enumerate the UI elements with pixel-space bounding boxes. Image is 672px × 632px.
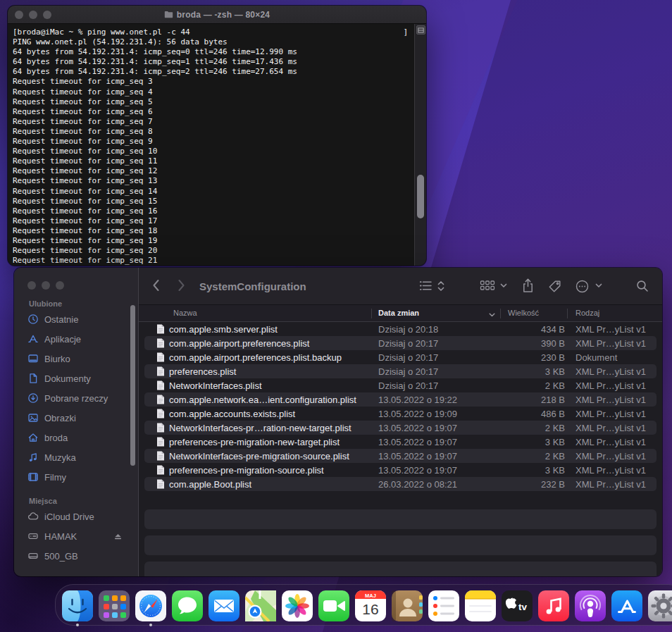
sidebar-scrollbar[interactable] bbox=[130, 305, 135, 466]
terminal-content[interactable]: [broda@iMac ~ % ping www.onet.pl -c 44PI… bbox=[8, 24, 426, 266]
sidebar-item-filmy[interactable]: Filmy bbox=[14, 467, 138, 487]
dock-appstore-icon[interactable] bbox=[611, 590, 642, 621]
table-row[interactable]: com.apple.Boot.plist26.03.2022 o 08:2123… bbox=[139, 477, 662, 491]
sidebar-section-title: Ulubione bbox=[29, 299, 138, 308]
sidebar-item-ostatnie[interactable]: Ostatnie bbox=[14, 309, 138, 329]
sidebar-item-hamak[interactable]: HAMAK bbox=[14, 526, 138, 546]
sidebar-item-label: Filmy bbox=[44, 472, 66, 483]
terminal-titlebar[interactable]: broda — -zsh — 80×24 bbox=[8, 6, 426, 24]
sort-chevron-icon[interactable] bbox=[489, 310, 495, 318]
file-size: 218 B bbox=[500, 395, 565, 405]
zoom-button[interactable] bbox=[43, 11, 51, 19]
tag-icon[interactable] bbox=[548, 280, 561, 293]
terminal-line: Request timeout for icmp_seq 6 bbox=[13, 107, 411, 117]
split-pane-button[interactable] bbox=[416, 25, 425, 35]
table-row[interactable]: NetworkInterfaces-pr…ration-new-target.p… bbox=[139, 421, 662, 435]
dock-reminders-icon[interactable] bbox=[428, 590, 459, 621]
view-chevrons-icon[interactable] bbox=[437, 281, 444, 291]
dock-appletv-icon[interactable]: tv bbox=[502, 590, 533, 621]
dock-calendar-icon[interactable]: MAJ16 bbox=[355, 590, 386, 621]
dock-photos-icon[interactable] bbox=[282, 590, 313, 621]
terminal-line: Request timeout for icmp_seq 8 bbox=[13, 127, 411, 137]
dock-maps-icon[interactable] bbox=[245, 590, 276, 621]
external-disk-icon bbox=[27, 531, 39, 542]
table-row[interactable]: com.apple.airport.preferences.plistDzisi… bbox=[139, 336, 662, 350]
search-icon[interactable] bbox=[636, 280, 649, 292]
sidebar-item-obrazki[interactable]: Obrazki bbox=[14, 408, 138, 428]
chevron-down-icon[interactable] bbox=[595, 283, 602, 288]
column-kind[interactable]: Rodzaj bbox=[575, 309, 599, 317]
image-icon bbox=[27, 412, 39, 423]
sidebar-item-broda[interactable]: broda bbox=[14, 428, 138, 447]
column-size[interactable]: Wielkość bbox=[508, 309, 539, 317]
sidebar-item-label: Aplikacje bbox=[44, 334, 81, 345]
column-separator[interactable] bbox=[500, 309, 501, 318]
terminal-scrollbar-thumb[interactable] bbox=[417, 175, 424, 218]
chevron-down-icon[interactable] bbox=[500, 283, 507, 288]
document-icon bbox=[27, 373, 39, 384]
dock-facetime-icon[interactable] bbox=[318, 590, 349, 621]
forward-button[interactable] bbox=[178, 279, 185, 292]
back-button[interactable] bbox=[152, 279, 160, 292]
group-by-icon[interactable] bbox=[480, 280, 495, 291]
dock-podcasts-icon[interactable] bbox=[575, 590, 606, 621]
terminal-line: Request timeout for icmp_seq 11 bbox=[13, 156, 411, 166]
dock-messages-icon[interactable] bbox=[172, 590, 203, 621]
svg-text:tv: tv bbox=[518, 602, 527, 612]
column-separator[interactable] bbox=[371, 309, 372, 318]
sidebar-item-label: broda bbox=[44, 433, 68, 443]
dock-mail-icon[interactable] bbox=[209, 590, 239, 621]
terminal-line: PING www.onet.pl (54.192.231.4): 56 data… bbox=[13, 37, 411, 47]
list-view-icon[interactable] bbox=[419, 280, 433, 292]
more-options-icon[interactable] bbox=[575, 280, 589, 293]
dock-launchpad-icon[interactable] bbox=[99, 590, 130, 621]
table-row[interactable]: preferences.plistDzisiaj o 20:173 KBXML … bbox=[139, 364, 662, 378]
zoom-button[interactable] bbox=[56, 281, 64, 290]
table-row[interactable]: NetworkInterfaces.plistDzisiaj o 20:172 … bbox=[139, 378, 662, 392]
terminal-output: [broda@iMac ~ % ping www.onet.pl -c 44PI… bbox=[13, 27, 411, 266]
sidebar-item-pobrane-rzeczy[interactable]: Pobrane rzeczy bbox=[14, 388, 138, 408]
share-icon[interactable] bbox=[522, 278, 534, 293]
file-name: com.apple.airport.preferences.plist bbox=[169, 338, 309, 349]
sidebar-item-500-gb[interactable]: 500_GB bbox=[14, 546, 138, 566]
file-icon bbox=[156, 395, 165, 405]
close-button[interactable] bbox=[15, 11, 23, 19]
dock-settings-icon[interactable] bbox=[648, 590, 672, 621]
file-name: com.apple.Boot.plist bbox=[169, 479, 251, 490]
dock-music-icon[interactable] bbox=[538, 590, 569, 621]
dock-contacts-icon[interactable] bbox=[392, 590, 423, 621]
dock-safari-icon[interactable] bbox=[135, 590, 166, 621]
finder-sidebar: UlubioneOstatnieAplikacjeBiurkoDokumenty… bbox=[14, 268, 139, 576]
file-date: Dzisiaj o 20:17 bbox=[378, 352, 438, 363]
dock-finder-icon[interactable] bbox=[62, 590, 93, 621]
table-row[interactable]: com.apple.airport.preferences.plist.back… bbox=[139, 350, 662, 364]
eject-icon[interactable] bbox=[113, 532, 123, 541]
close-button[interactable] bbox=[27, 281, 36, 290]
dock-notes-icon[interactable] bbox=[465, 590, 496, 621]
column-separator[interactable] bbox=[567, 309, 568, 318]
sidebar-item-aplikacje[interactable]: Aplikacje bbox=[14, 329, 138, 349]
table-row[interactable]: com.apple.network.ea…ient.configuration.… bbox=[139, 392, 662, 407]
terminal-line: Request timeout for icmp_seq 18 bbox=[13, 226, 411, 236]
desktop-icon bbox=[27, 353, 39, 364]
table-row[interactable]: preferences-pre-migration-new-target.pli… bbox=[139, 435, 662, 449]
sidebar-item-dokumenty[interactable]: Dokumenty bbox=[14, 368, 138, 388]
minimize-button[interactable] bbox=[42, 281, 50, 290]
sidebar-item-icloud-drive[interactable]: iCloud Drive bbox=[14, 507, 138, 526]
table-row[interactable]: NetworkInterfaces-pre-migration-source.p… bbox=[139, 449, 662, 463]
terminal-line: Request timeout for icmp_seq 21 bbox=[13, 256, 411, 266]
table-row[interactable]: com.apple.accounts.exists.plist13.05.202… bbox=[139, 407, 662, 421]
file-date: 13.05.2022 o 19:09 bbox=[378, 409, 457, 419]
minimize-button[interactable] bbox=[29, 11, 37, 19]
sidebar-item-muzyka[interactable]: Muzyka bbox=[14, 447, 138, 467]
sidebar-item-label: iCloud Drive bbox=[44, 512, 94, 522]
terminal-scrollbar[interactable] bbox=[414, 24, 426, 266]
file-size: 390 B bbox=[500, 338, 565, 349]
table-row[interactable]: preferences-pre-migration-source.plist13… bbox=[139, 463, 662, 477]
table-row[interactable]: com.apple.smb.server.plistDzisiaj o 20:1… bbox=[139, 322, 662, 336]
terminal-line: Request timeout for icmp_seq 3 bbox=[13, 77, 411, 87]
file-date: 26.03.2022 o 08:21 bbox=[378, 479, 457, 490]
sidebar-item-biurko[interactable]: Biurko bbox=[14, 349, 138, 368]
column-name[interactable]: Nazwa bbox=[173, 309, 197, 317]
column-date-sorted[interactable]: Data zmian bbox=[378, 309, 419, 317]
